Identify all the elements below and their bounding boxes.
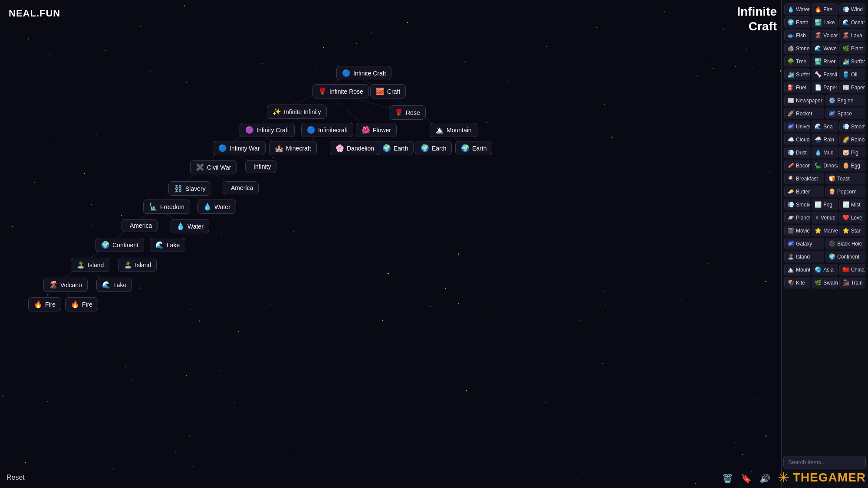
panel-item-steam[interactable]: 💨Steam (839, 121, 865, 132)
craft-node-america1[interactable]: America (122, 219, 158, 232)
craft-node-lake2[interactable]: 🌊Lake (150, 238, 185, 252)
panel-item-wave[interactable]: 🌊Wave (812, 43, 838, 54)
panel-item-dust[interactable]: 💨Dust (784, 147, 810, 158)
craft-node-infinite_rose[interactable]: 🌹Infinite Rose (312, 84, 369, 98)
panel-item-water[interactable]: 💧Water (784, 3, 810, 15)
craft-node-fire1[interactable]: 🔥Fire (28, 297, 61, 311)
craft-node-lake1[interactable]: 🌊Lake (96, 278, 132, 292)
panel-item-venus[interactable]: ♀️Venus (812, 212, 838, 223)
craft-node-water1[interactable]: 💧Water (171, 219, 209, 233)
panel-item-movie[interactable]: 🎬Movie (784, 225, 810, 236)
panel-item-swamp[interactable]: 🌿Swamp (812, 277, 838, 288)
bookmark-icon[interactable]: 🔖 (741, 473, 752, 484)
panel-item-sea[interactable]: 🌊Sea (812, 121, 838, 132)
trash-icon[interactable]: 🗑️ (722, 473, 733, 484)
panel-item-pig[interactable]: 🐷Pig (839, 147, 865, 158)
panel-item-engine[interactable]: ⚙️Engine (825, 95, 865, 106)
craft-node-infinitecraft[interactable]: 🔵Infinitecraft (301, 123, 353, 137)
panel-item-ocean[interactable]: 🌊Ocean (839, 16, 865, 28)
craft-node-america2[interactable]: America (223, 181, 259, 194)
craft-node-infinity_war[interactable]: 🔵Infinity War (213, 141, 266, 155)
panel-item-star[interactable]: ⭐Star (839, 225, 865, 236)
craft-node-earth1[interactable]: 🌍Earth (377, 141, 414, 155)
search-input[interactable] (783, 456, 866, 468)
panel-item-continent[interactable]: 🌍Continent (825, 251, 865, 262)
panel-item-fog[interactable]: 🌫️Fog (812, 199, 838, 210)
craft-node-fire2[interactable]: 🔥Fire (65, 297, 98, 311)
craft-node-infinity_craft[interactable]: 🟣Infinity Craft (240, 123, 295, 137)
canvas-area[interactable]: 🔥Fire🔥Fire🌋Volcano🌊Lake🏝️Island🏝️Island🌍… (0, 0, 781, 488)
craft-node-freedom[interactable]: 🗽Freedom (143, 200, 190, 214)
panel-item-toast[interactable]: 🍞Toast (825, 173, 865, 184)
craft-node-infinity[interactable]: Infinity (245, 160, 276, 173)
panel-item-earth[interactable]: 🌍Earth (784, 16, 810, 28)
panel-item-mist[interactable]: 🌫️Mist (839, 199, 865, 210)
panel-item-lava[interactable]: 🌋Lava (839, 29, 865, 41)
craft-node-water2[interactable]: 💧Water (197, 200, 236, 214)
panel-item-train[interactable]: 🚂Train (839, 277, 865, 288)
panel-item-egg[interactable]: 🥚Egg (839, 160, 865, 171)
panel-item-asia[interactable]: 🌏Asia (812, 264, 838, 275)
panel-item-paper[interactable]: 📄Paper (812, 82, 838, 93)
panel-item-mud[interactable]: 💧Mud (812, 147, 838, 158)
craft-node-rose[interactable]: 🌹Rose (389, 105, 426, 120)
panel-item-black-hole[interactable]: ⚫Black Hole (825, 238, 865, 249)
panel-item-oil[interactable]: 🛢️Oil (839, 69, 865, 80)
panel-item-bacon[interactable]: 🥓Bacon (784, 160, 810, 171)
craft-node-island1[interactable]: 🏝️Island (71, 258, 109, 272)
craft-node-mountain[interactable]: 🏔️Mountain (430, 123, 477, 137)
panel-item-stone[interactable]: 🪨Stone (784, 43, 810, 54)
reset-button[interactable]: Reset (7, 474, 25, 481)
panel-item-universe[interactable]: 🌌Universe (784, 121, 810, 132)
panel-item-fish[interactable]: 🐟Fish (784, 29, 810, 41)
panel-item-mountain[interactable]: 🏔️Mountain (784, 264, 810, 275)
craft-node-earth3[interactable]: 🌍Earth (455, 141, 492, 155)
craft-node-craft[interactable]: 🧱Craft (370, 84, 406, 98)
panel-item-volcano[interactable]: 🌋Volcano (812, 29, 838, 41)
panel-item-breakfast[interactable]: 🍳Breakfast (784, 173, 824, 184)
craft-node-dandelion[interactable]: 🌸Dandelion (330, 141, 380, 155)
craft-node-volcano[interactable]: 🌋Volcano (43, 278, 88, 292)
panel-item-dinosaur[interactable]: 🦕Dinosaur (812, 160, 838, 171)
craft-node-flower[interactable]: 🌺Flower (356, 123, 397, 137)
panel-item-kite[interactable]: 🪁Kite (784, 277, 810, 288)
panel-item-tree[interactable]: 🌳Tree (784, 56, 810, 67)
craft-node-continent[interactable]: 🌍Continent (95, 238, 144, 252)
panel-item-fossil[interactable]: 🦴Fossil (812, 69, 838, 80)
panel-item-surfer[interactable]: 🏄Surfer (784, 69, 810, 80)
panel-item-marvel[interactable]: ⭐Marvel (812, 225, 838, 236)
panel-item-river[interactable]: 🏞️River (812, 56, 838, 67)
panel-item-galaxy[interactable]: 🌌Galaxy (784, 238, 824, 249)
craft-node-minecraft[interactable]: 🏰Minecraft (269, 141, 317, 155)
craft-node-earth2[interactable]: 🌍Earth (415, 141, 452, 155)
panel-item-cloud[interactable]: ☁️Cloud (784, 134, 810, 145)
right-panel[interactable]: 💧Water🔥Fire💨Wind🌍Earth🏞️Lake🌊Ocean🐟Fish🌋… (781, 0, 868, 488)
panel-item-surfboard[interactable]: 🏄Surfboard (839, 56, 865, 67)
panel-item-plant[interactable]: 🌿Plant (839, 43, 865, 54)
panel-item-fire[interactable]: 🔥Fire (812, 3, 838, 15)
craft-node-civil_war[interactable]: ✖️Civil War (190, 160, 237, 174)
craft-node-infinite_infinity[interactable]: ✨Infinite Infinity (267, 105, 327, 119)
panel-item-love[interactable]: ❤️Love (839, 212, 865, 223)
panel-item-china[interactable]: 🇨🇳China (839, 264, 865, 275)
craft-node-infinite_craft_top[interactable]: 🔵Infinite Craft (336, 66, 391, 80)
craft-node-slavery[interactable]: ⛓️Slavery (168, 181, 211, 196)
panel-item-label: Volcano (823, 33, 838, 39)
panel-item-planet[interactable]: 🪐Planet (784, 212, 810, 223)
panel-item-smoke[interactable]: 💨Smoke (784, 199, 810, 210)
panel-item-rainbow[interactable]: 🌈Rainbow (839, 134, 865, 145)
volume-icon[interactable]: 🔊 (760, 473, 770, 484)
panel-item-rain[interactable]: 🌧️Rain (812, 134, 838, 145)
craft-node-island2[interactable]: 🏝️Island (118, 258, 157, 272)
panel-item-newspaper[interactable]: 📰Newspaper (784, 95, 824, 106)
panel-item-wind[interactable]: 💨Wind (839, 3, 865, 15)
panel-item-lake[interactable]: 🏞️Lake (812, 16, 838, 28)
panel-item-butter[interactable]: 🧈Butter (784, 186, 824, 197)
panel-item-space[interactable]: 🌌Space (825, 108, 865, 119)
panel-item-island[interactable]: 🏝️Island (784, 251, 824, 262)
panel-item-popcorn[interactable]: 🍿Popcorn (825, 186, 865, 197)
panel-item-paperboy[interactable]: 📰Paperboy (839, 82, 865, 93)
panel-item-rocket[interactable]: 🚀Rocket (784, 108, 824, 119)
panel-item-fuel[interactable]: ⛽Fuel (784, 82, 810, 93)
panel-item-label: Wave (823, 46, 836, 52)
